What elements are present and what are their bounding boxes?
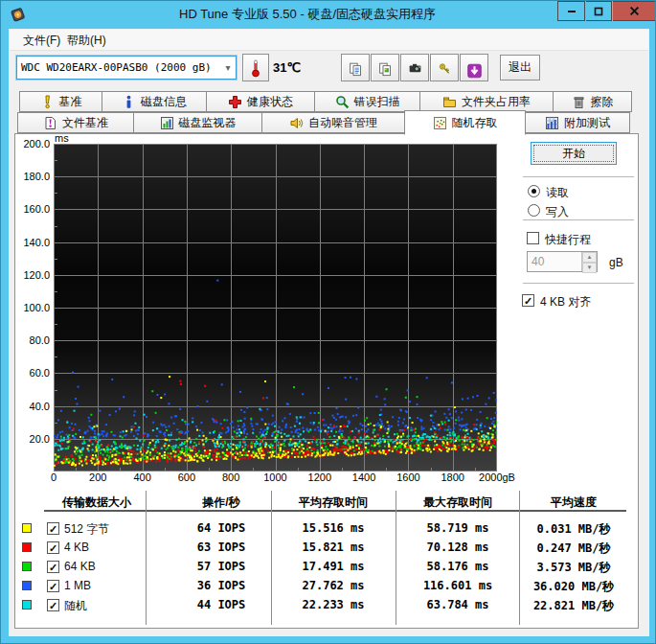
x-tick-label: 2000gB [472, 472, 522, 483]
spinner-up-icon[interactable]: ▲ [582, 252, 597, 263]
short-stroke-checkbox[interactable] [527, 232, 539, 244]
series-color-swatch [22, 600, 32, 610]
read-radio[interactable] [528, 185, 540, 197]
start-button[interactable]: 开始 [531, 142, 617, 165]
app-window: HD Tune 专业版 5.50 - 硬盘/固态硬盘实用程序 文件(F)帮助(H… [0, 0, 656, 644]
short-stroke-spinner[interactable]: 40 ▲ ▼ [527, 251, 598, 272]
tab-error-scan[interactable]: 错误扫描 [314, 91, 420, 112]
tab-disk-info[interactable]: 磁盘信息 [102, 91, 207, 112]
series-max_access-value: 58.176 ms [426, 560, 488, 573]
write-radio[interactable] [528, 204, 540, 217]
spinner-down-icon[interactable]: ▼ [582, 263, 597, 273]
tab-folder-usage[interactable]: 文件夹占用率 [419, 91, 554, 112]
x-tick-label: 1000 [251, 472, 301, 483]
short-stroke-value: 40 [528, 252, 581, 271]
tab-disk-monitor[interactable]: 磁盘监视器 [133, 112, 262, 133]
y-tick-label: 120.0 [15, 269, 50, 281]
maximize-button[interactable] [586, 1, 612, 21]
align-4kb-checkbox[interactable]: ✓ [522, 294, 534, 307]
table-header-2: 平均存取时间 [299, 494, 368, 511]
download-button[interactable] [460, 54, 488, 81]
tab-aam[interactable]: 自动噪音管理 [261, 112, 405, 133]
series-label: 512 字节 [64, 521, 109, 538]
copy-text-button[interactable] [341, 54, 370, 81]
series-checkbox[interactable]: ✓ [47, 522, 59, 535]
key-button[interactable] [430, 54, 459, 81]
camera-button[interactable] [400, 54, 429, 81]
y-tick-label: 20.0 [15, 433, 50, 445]
copy-image-button[interactable] [371, 54, 399, 81]
download-icon [467, 60, 482, 75]
series-iops-value: 64 IOPS [197, 521, 246, 535]
menu-item-help[interactable]: 帮助(H) [61, 33, 112, 49]
x-tick-label: 200 [73, 472, 123, 483]
tab-label: 磁盘信息 [141, 94, 187, 110]
series-iops-value: 57 IOPS [197, 560, 246, 573]
tab-file-benchmark[interactable]: 文件基准 [17, 112, 134, 133]
separator [523, 219, 634, 220]
benchmark-icon [40, 95, 55, 109]
series-label: 64 KB [64, 560, 96, 573]
table-header-4: 平均速度 [551, 494, 597, 511]
exit-button[interactable]: 退出 [500, 55, 540, 80]
series-avg_access-value: 27.762 ms [302, 579, 364, 592]
tab-label: 磁盘监视器 [179, 115, 237, 131]
start-button-label: 开始 [562, 146, 585, 162]
key-icon [438, 60, 452, 75]
series-avg_speed-value: 3.573 MB/秒 [536, 560, 610, 576]
x-tick-label: 1200 [295, 472, 345, 483]
table-header-3: 最大存取时间 [423, 494, 492, 511]
maximize-icon [594, 7, 603, 16]
tab-random-access[interactable]: 随机存取 [404, 110, 526, 135]
spinner-arrows[interactable]: ▲ ▼ [581, 252, 597, 271]
table-header-1: 操作/秒 [202, 494, 239, 511]
close-button[interactable] [613, 1, 656, 21]
x-tick-label: 1600 [383, 472, 433, 483]
drive-select-value: WDC WD20EARX-00PASB0 (2000 gB) [17, 61, 220, 74]
y-tick-label: 60.0 [15, 367, 50, 379]
temperature-button[interactable] [242, 54, 269, 81]
series-color-swatch [22, 523, 32, 533]
y-tick-label: 140.0 [15, 237, 50, 248]
series-checkbox[interactable]: ✓ [47, 561, 59, 573]
copy-text-icon [349, 60, 363, 75]
tab-label: 基准 [59, 94, 82, 110]
series-max_access-value: 58.719 ms [426, 521, 488, 535]
tab-health[interactable]: 健康状态 [206, 91, 315, 112]
menu-item-file[interactable]: 文件(F) [17, 33, 66, 49]
tab-label: 附加测试 [564, 115, 610, 131]
y-axis-unit-label: ms [55, 132, 69, 144]
series-checkbox[interactable]: ✓ [47, 599, 59, 611]
tab-benchmark[interactable]: 基准 [19, 91, 102, 112]
minimize-button[interactable] [557, 1, 585, 21]
tab-erase[interactable]: 擦除 [553, 91, 632, 112]
tab-label: 文件夹占用率 [462, 94, 531, 110]
disk-monitor-icon [160, 116, 174, 130]
folder-usage-icon [442, 95, 457, 109]
series-checkbox[interactable]: ✓ [47, 580, 59, 592]
titlebar: HD Tune 专业版 5.50 - 硬盘/固态硬盘实用程序 [1, 1, 656, 29]
random-access-scatter-chart [54, 144, 497, 472]
x-tick-label: 600 [162, 472, 212, 483]
chevron-down-icon: ▾ [220, 62, 236, 73]
close-icon [629, 6, 640, 16]
tab-label: 自动噪音管理 [308, 115, 377, 131]
write-label: 写入 [546, 204, 569, 220]
table-header-0: 传输数据大小 [62, 494, 131, 511]
temperature-label: 31℃ [273, 60, 301, 75]
series-avg_speed-value: 0.247 MB/秒 [536, 540, 610, 557]
y-tick-label: 160.0 [15, 203, 50, 215]
error-scan-icon [335, 95, 350, 109]
y-tick-label: 180.0 [15, 171, 50, 182]
series-max_access-value: 116.601 ms [423, 579, 492, 592]
series-max_access-value: 63.784 ms [426, 598, 488, 611]
series-checkbox[interactable]: ✓ [47, 541, 59, 554]
drive-select[interactable]: WDC WD20EARX-00PASB0 (2000 gB) ▾ [16, 56, 237, 80]
tab-extra-tests[interactable]: 附加测试 [525, 112, 630, 133]
disk-info-icon [122, 95, 136, 109]
series-avg_speed-value: 22.821 MB/秒 [533, 598, 614, 614]
tab-label: 擦除 [591, 94, 614, 110]
extra-tests-icon [545, 116, 559, 130]
table-column-separator [271, 491, 272, 625]
chart-plot-area [54, 144, 497, 472]
